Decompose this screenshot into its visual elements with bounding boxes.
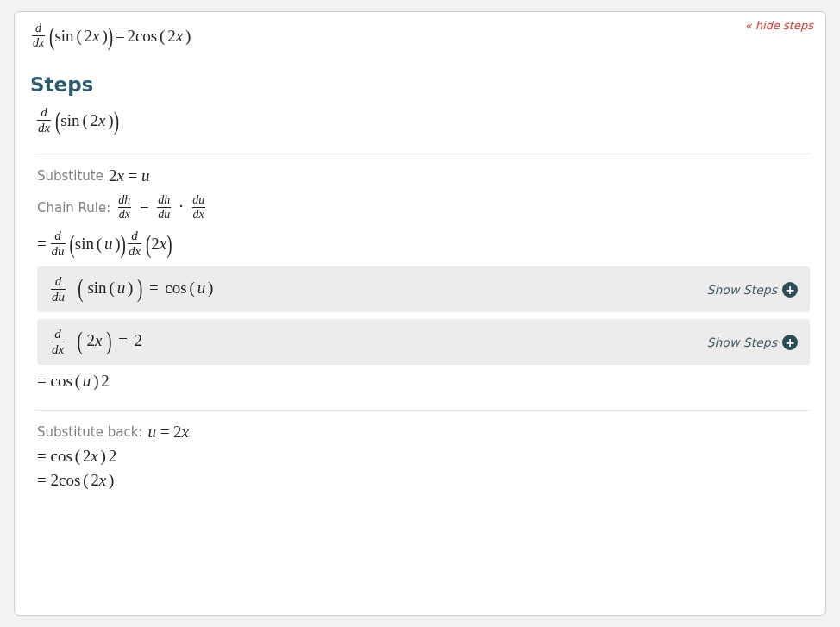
paren-right: ) bbox=[137, 273, 142, 303]
value-2: 2 bbox=[135, 331, 143, 349]
substitute-label: Substitute bbox=[37, 168, 103, 184]
show-steps-button[interactable]: Show Steps + bbox=[707, 282, 798, 298]
fraction-numerator: d bbox=[130, 229, 139, 243]
substitute-back-label: Substitute back: bbox=[37, 424, 142, 440]
equals: = bbox=[149, 279, 159, 297]
substep-expr: ddu ( sin(u) ) = cos(u) bbox=[49, 275, 213, 304]
substep-expr: ddx ( 2x ) = 2 bbox=[49, 328, 142, 356]
fraction-denominator: dx bbox=[32, 35, 45, 49]
chain-rule-label: Chain Rule: bbox=[37, 200, 110, 216]
fraction-denominator: du bbox=[157, 207, 171, 221]
step-restate: d dx ( sin(2x) ) bbox=[35, 106, 810, 135]
dh-du: dhdu bbox=[157, 194, 171, 221]
fraction-numerator: d bbox=[53, 328, 62, 342]
sin-2x: sin(2x) bbox=[60, 111, 113, 130]
equals: = bbox=[116, 27, 125, 46]
chain-rule-expr: dhdx = dhdu · dudx bbox=[116, 194, 207, 221]
paren-right: ) bbox=[106, 325, 111, 355]
substitute-expr: 2x = u bbox=[109, 166, 150, 185]
fraction-denominator: du bbox=[51, 289, 66, 304]
fraction-numerator: d bbox=[40, 106, 48, 120]
rhs-2cos2x: 2cos(2x) bbox=[127, 27, 191, 46]
du-dx: dudx bbox=[191, 194, 205, 221]
substitute-note: Substitute 2x = u bbox=[37, 166, 810, 185]
fraction-denominator: dx bbox=[51, 342, 65, 356]
d-dx: ddx bbox=[128, 229, 141, 258]
ddx-fraction: d dx bbox=[32, 22, 45, 49]
chain-expansion: = ddu ( sin(u) ) ddx ( 2x ) bbox=[37, 229, 810, 258]
substep-row: ddu ( sin(u) ) = cos(u) Show Steps + bbox=[37, 266, 810, 312]
back-line-2: = 2cos(2x) bbox=[37, 471, 810, 490]
divider bbox=[35, 410, 810, 411]
plus-circle-icon: + bbox=[782, 282, 798, 298]
paren-left: ( bbox=[55, 105, 60, 135]
sin-u: sin(u) bbox=[75, 235, 121, 254]
paren-left: ( bbox=[78, 325, 83, 355]
sin-2x: sin(2x) bbox=[54, 27, 107, 46]
fraction-numerator: dh bbox=[117, 194, 131, 207]
substitute-back-note: Substitute back: u = 2x bbox=[37, 423, 810, 442]
cos-u: cos(u) bbox=[165, 279, 213, 297]
solution-card: « hide steps d dx ( sin(2x) ) = 2cos(2x)… bbox=[14, 11, 826, 616]
plus-circle-icon: + bbox=[782, 335, 798, 350]
paren-left: ( bbox=[69, 229, 74, 259]
fraction-denominator: dx bbox=[118, 207, 131, 221]
fraction-denominator: dx bbox=[128, 243, 141, 258]
d-du: ddu bbox=[51, 229, 66, 258]
substitute-back-expr: u = 2x bbox=[147, 423, 189, 442]
paren-left: ( bbox=[49, 21, 54, 51]
ddx-fraction: d dx bbox=[37, 106, 51, 135]
fraction-numerator: d bbox=[54, 275, 63, 289]
two-x: 2x bbox=[151, 235, 166, 254]
fraction-denominator: dx bbox=[192, 207, 205, 221]
fraction-numerator: du bbox=[191, 194, 205, 207]
back-line-1: = cos(2x)2 bbox=[37, 447, 810, 466]
show-steps-label: Show Steps bbox=[707, 335, 777, 349]
fraction-denominator: du bbox=[51, 243, 66, 258]
paren-left: ( bbox=[146, 229, 151, 259]
dh-dx: dhdx bbox=[117, 194, 131, 221]
combined-line: = cos(u)2 bbox=[37, 372, 810, 391]
main-result: d dx ( sin(2x) ) = 2cos(2x) bbox=[30, 22, 810, 49]
fraction-numerator: d bbox=[53, 229, 62, 243]
fraction-numerator: dh bbox=[157, 194, 171, 207]
paren-right: ) bbox=[108, 21, 113, 51]
divider bbox=[35, 154, 810, 154]
show-steps-label: Show Steps bbox=[707, 283, 777, 297]
substep-row: ddx ( 2x ) = 2 Show Steps + bbox=[37, 319, 810, 365]
fraction-denominator: dx bbox=[37, 120, 51, 135]
paren-right: ) bbox=[166, 229, 172, 259]
paren-right: ) bbox=[121, 229, 126, 259]
paren-left: ( bbox=[78, 273, 83, 303]
steps-heading: Steps bbox=[30, 73, 810, 96]
dot: · bbox=[179, 197, 184, 215]
d-du: ddu bbox=[51, 275, 66, 304]
sin-u: sin(u) bbox=[87, 279, 133, 297]
hide-steps-link[interactable]: « hide steps bbox=[745, 19, 813, 32]
equals: = bbox=[37, 235, 47, 254]
d-dx: ddx bbox=[51, 328, 65, 356]
two-x: 2x bbox=[87, 331, 103, 349]
equals: = bbox=[140, 197, 149, 215]
chain-rule-note: Chain Rule: dhdx = dhdu · dudx bbox=[37, 194, 810, 221]
fraction-numerator: d bbox=[34, 22, 42, 35]
equals: = bbox=[118, 331, 128, 349]
paren-right: ) bbox=[114, 105, 119, 135]
show-steps-button[interactable]: Show Steps + bbox=[707, 335, 798, 350]
